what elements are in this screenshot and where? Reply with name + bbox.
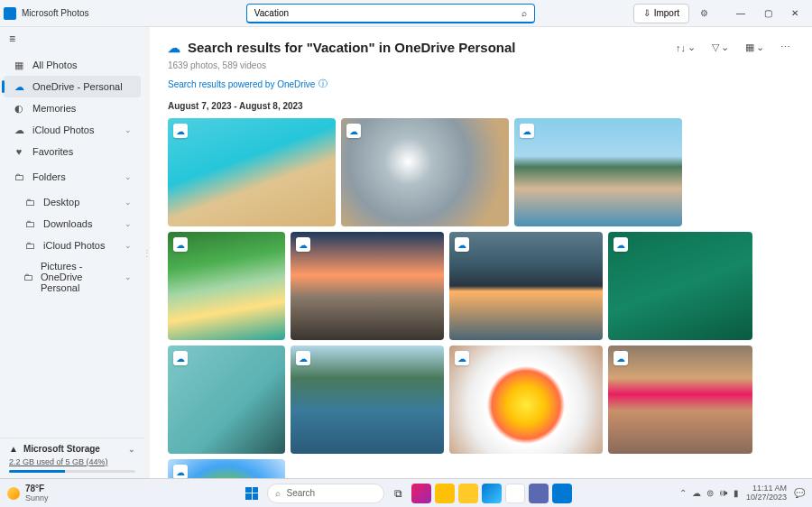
main-content[interactable]: ☁ Search results for "Vacation" in OneDr… bbox=[150, 27, 812, 478]
photo-item[interactable]: ☁ bbox=[168, 346, 285, 454]
results-count: 1639 photos, 589 videos bbox=[168, 60, 794, 70]
taskbar: 78°F Sunny ⌕Search ⧉ ⌃ ☁ ⊚ 🕪 ▮ 11:11 AM … bbox=[0, 478, 812, 507]
cloud-badge-icon: ☁ bbox=[296, 237, 310, 252]
photo-item[interactable]: ☁ bbox=[168, 459, 285, 478]
filter-icon: ▽ bbox=[712, 41, 719, 53]
photo-item[interactable]: ☁ bbox=[449, 346, 603, 454]
photo-item[interactable]: ☁ bbox=[291, 346, 444, 454]
cloud-badge-icon: ☁ bbox=[296, 351, 310, 365]
cloud-badge-icon: ☁ bbox=[455, 351, 469, 365]
cloud-badge-icon: ☁ bbox=[455, 237, 469, 252]
folder-icon: 🗀 bbox=[13, 171, 25, 183]
storage-text[interactable]: 2.2 GB used of 5 GB (44%) bbox=[9, 457, 135, 466]
sidebar-item-favorites[interactable]: ♥ Favorites bbox=[4, 141, 141, 162]
cloud-icon: ▲ bbox=[9, 444, 18, 454]
taskbar-app-teams[interactable] bbox=[529, 484, 549, 503]
chevron-down-icon: ⌄ bbox=[125, 198, 132, 207]
chevron-down-icon: ⌄ bbox=[125, 272, 132, 281]
clock[interactable]: 11:11 AM 10/27/2023 bbox=[746, 484, 787, 502]
taskbar-app-explorer[interactable] bbox=[435, 484, 455, 503]
volume-icon[interactable]: 🕪 bbox=[719, 488, 728, 498]
tray-expand-icon[interactable]: ⌃ bbox=[679, 488, 687, 498]
start-button[interactable] bbox=[240, 482, 263, 505]
taskbar-search[interactable]: ⌕Search bbox=[267, 484, 384, 503]
cloud-icon: ☁ bbox=[168, 41, 180, 55]
results-title: ☁ Search results for "Vacation" in OneDr… bbox=[168, 40, 516, 55]
import-icon: ⇩ bbox=[643, 8, 651, 18]
cloud-icon: ☁ bbox=[13, 124, 25, 136]
photo-item[interactable]: ☁ bbox=[341, 118, 509, 226]
folder-desktop[interactable]: 🗀Desktop⌄ bbox=[4, 191, 141, 213]
photo-item[interactable]: ☁ bbox=[514, 118, 682, 226]
folder-pictures-onedrive[interactable]: 🗀Pictures - OneDrive Personal⌄ bbox=[4, 256, 141, 298]
close-button[interactable]: ✕ bbox=[781, 3, 808, 24]
hamburger-button[interactable]: ≡ bbox=[0, 27, 144, 51]
sidebar-item-onedrive[interactable]: ☁ OneDrive - Personal bbox=[4, 76, 141, 97]
notifications-icon[interactable]: 💬 bbox=[794, 488, 805, 498]
battery-icon[interactable]: ▮ bbox=[734, 488, 739, 498]
titlebar: Microsoft Photos ⌕ ⇩ Import ⚙ — ▢ ✕ bbox=[0, 0, 812, 27]
chevron-down-icon: ⌄ bbox=[125, 125, 132, 134]
taskbar-app-taskview[interactable]: ⧉ bbox=[388, 484, 408, 503]
folder-downloads[interactable]: 🗀Downloads⌄ bbox=[4, 213, 141, 235]
sidebar-folders-header[interactable]: 🗀 Folders ⌄ bbox=[4, 166, 141, 188]
chevron-down-icon: ⌄ bbox=[125, 241, 132, 250]
filter-button[interactable]: ▽⌄ bbox=[708, 38, 733, 57]
folder-icon: 🗀 bbox=[23, 217, 36, 230]
chevron-down-icon: ⌄ bbox=[128, 445, 135, 454]
search-input[interactable] bbox=[254, 8, 521, 18]
taskbar-app-mail[interactable] bbox=[505, 484, 525, 503]
grid-icon: ▦ bbox=[745, 41, 754, 53]
taskbar-app-photos[interactable] bbox=[552, 484, 572, 503]
photo-item[interactable]: ☁ bbox=[168, 118, 336, 226]
powered-by-link[interactable]: Search results powered by OneDriveⓘ bbox=[168, 78, 794, 90]
app-title: Microsoft Photos bbox=[22, 8, 88, 18]
info-icon: ⓘ bbox=[318, 78, 328, 90]
heart-icon: ♥ bbox=[13, 145, 25, 158]
photo-item[interactable]: ☁ bbox=[608, 346, 752, 454]
sidebar-item-all-photos[interactable]: ▦ All Photos bbox=[4, 54, 141, 76]
cloud-badge-icon: ☁ bbox=[173, 465, 188, 478]
cloud-badge-icon: ☁ bbox=[614, 351, 628, 365]
settings-button[interactable]: ⚙ bbox=[691, 3, 716, 24]
search-box[interactable]: ⌕ bbox=[246, 4, 535, 23]
minimize-button[interactable]: — bbox=[727, 3, 754, 24]
photo-item[interactable]: ☁ bbox=[291, 232, 444, 340]
storage-bar bbox=[9, 470, 135, 473]
folder-icon: 🗀 bbox=[23, 196, 36, 208]
app-icon bbox=[4, 7, 16, 20]
weather-widget[interactable]: 78°F Sunny bbox=[7, 484, 134, 502]
chevron-down-icon: ⌄ bbox=[721, 41, 729, 53]
more-icon: ⋯ bbox=[780, 41, 790, 53]
import-button[interactable]: ⇩ Import bbox=[633, 4, 689, 23]
photo-item[interactable]: ☁ bbox=[168, 232, 285, 340]
sort-button[interactable]: ↑↓⌄ bbox=[672, 38, 699, 57]
onedrive-tray-icon[interactable]: ☁ bbox=[692, 488, 701, 498]
photo-item[interactable]: ☁ bbox=[449, 232, 603, 340]
sidebar: ≡ ▦ All Photos ☁ OneDrive - Personal ◐ M… bbox=[0, 27, 144, 478]
sidebar-item-memories[interactable]: ◐ Memories bbox=[4, 97, 141, 119]
cloud-badge-icon: ☁ bbox=[346, 124, 361, 138]
taskbar-app-edge[interactable] bbox=[482, 484, 502, 503]
sidebar-item-icloud[interactable]: ☁ iCloud Photos ⌄ bbox=[4, 119, 141, 141]
folder-icloud[interactable]: 🗀iCloud Photos⌄ bbox=[4, 235, 141, 256]
view-button[interactable]: ▦⌄ bbox=[742, 38, 768, 57]
taskbar-app-store[interactable] bbox=[458, 484, 478, 503]
cloud-badge-icon: ☁ bbox=[173, 124, 188, 138]
folder-icon: 🗀 bbox=[23, 271, 33, 283]
taskbar-app-copilot[interactable] bbox=[411, 484, 431, 503]
sort-icon: ↑↓ bbox=[676, 42, 686, 53]
maximize-button[interactable]: ▢ bbox=[754, 3, 781, 24]
cloud-icon: ☁ bbox=[13, 80, 25, 93]
chevron-down-icon: ⌄ bbox=[756, 41, 764, 53]
chevron-down-icon: ⌄ bbox=[125, 219, 132, 228]
more-button[interactable]: ⋯ bbox=[777, 38, 794, 57]
wifi-icon[interactable]: ⊚ bbox=[706, 488, 714, 498]
gear-icon: ⚙ bbox=[700, 8, 708, 18]
grid-icon: ▦ bbox=[13, 59, 25, 71]
folder-icon: 🗀 bbox=[23, 239, 36, 252]
windows-icon bbox=[245, 487, 258, 500]
search-icon[interactable]: ⌕ bbox=[521, 8, 527, 18]
storage-panel[interactable]: ▲Microsoft Storage⌄ 2.2 GB used of 5 GB … bbox=[0, 438, 144, 478]
photo-item[interactable]: ☁ bbox=[608, 232, 752, 340]
